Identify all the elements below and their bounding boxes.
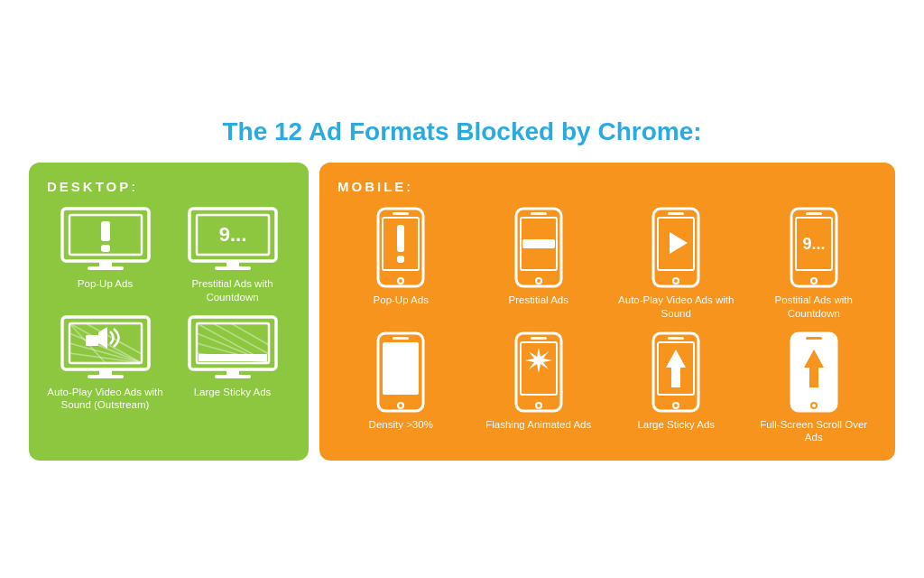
svg-point-48 bbox=[673, 278, 679, 284]
mobile-label: MOBILE: bbox=[337, 179, 877, 194]
sections-row: DESKTOP: bbox=[29, 163, 895, 461]
svg-rect-19 bbox=[86, 335, 98, 346]
phone-popup-icon bbox=[376, 207, 425, 288]
svg-rect-38 bbox=[397, 225, 404, 252]
mobile-ad-density: Density >30% bbox=[337, 331, 465, 445]
svg-rect-9 bbox=[226, 261, 239, 266]
svg-rect-10 bbox=[215, 266, 251, 270]
mobile-ad-sticky: Large Sticky Ads bbox=[613, 331, 740, 445]
svg-rect-36 bbox=[393, 212, 409, 215]
svg-rect-52 bbox=[806, 212, 822, 215]
svg-rect-22 bbox=[88, 375, 124, 378]
mobile-grid: Pop-Up Ads Prestitial Ad bbox=[337, 207, 877, 445]
svg-point-43 bbox=[536, 278, 541, 284]
svg-rect-4 bbox=[99, 261, 112, 266]
svg-text:9...: 9... bbox=[218, 223, 246, 246]
mobile-flashing-label: Flashing Animated Ads bbox=[485, 418, 591, 432]
svg-rect-21 bbox=[99, 369, 112, 375]
phone-video-icon bbox=[651, 207, 700, 288]
svg-rect-66 bbox=[668, 337, 684, 340]
svg-rect-33 bbox=[215, 375, 251, 378]
mobile-countdown-label: Postitial Ads with Countdown bbox=[751, 294, 878, 321]
mobile-prestitial-label: Prestitial Ads bbox=[509, 294, 568, 307]
desktop-label: DESKTOP: bbox=[47, 179, 291, 194]
svg-rect-2 bbox=[101, 221, 110, 241]
svg-rect-61 bbox=[531, 337, 547, 340]
page-wrapper: The 12 Ad Formats Blocked by Chrome: DES… bbox=[29, 108, 895, 471]
svg-marker-63 bbox=[525, 348, 552, 373]
svg-rect-39 bbox=[397, 256, 404, 263]
mobile-sticky-label: Large Sticky Ads bbox=[637, 418, 715, 432]
mobile-section: MOBILE: bbox=[319, 163, 895, 461]
svg-rect-56 bbox=[383, 342, 419, 395]
desktop-section: DESKTOP: bbox=[29, 163, 309, 461]
svg-rect-44 bbox=[522, 239, 555, 248]
svg-marker-49 bbox=[670, 232, 688, 254]
svg-marker-68 bbox=[666, 350, 686, 387]
mobile-fullscreen-label: Full-Screen Scroll Over Ads bbox=[751, 418, 878, 445]
monitor-popup-icon bbox=[60, 207, 151, 272]
desktop-ad-video: Auto-Play Video Ads with Sound (Outstrea… bbox=[47, 315, 163, 413]
mobile-ad-fullscreen: Full-Screen Scroll Over Ads bbox=[751, 331, 878, 445]
desktop-ad-sticky: Large Sticky Ads bbox=[174, 315, 291, 413]
desktop-ad-popup: Pop-Up Ads bbox=[47, 207, 163, 304]
desktop-video-label: Auto-Play Video Ads with Sound (Outstrea… bbox=[47, 386, 163, 413]
phone-fullscreen-icon bbox=[790, 331, 838, 413]
desktop-sticky-label: Large Sticky Ads bbox=[194, 386, 272, 399]
monitor-prestitial-icon: 9... bbox=[188, 207, 278, 272]
desktop-grid: Pop-Up Ads 9... Prestitia bbox=[47, 207, 291, 413]
svg-point-53 bbox=[811, 278, 817, 284]
mobile-density-label: Density >30% bbox=[369, 418, 433, 432]
svg-rect-31 bbox=[199, 354, 267, 361]
svg-rect-57 bbox=[393, 337, 409, 340]
svg-rect-3 bbox=[101, 245, 110, 252]
mobile-ad-popup: Pop-Up Ads bbox=[337, 207, 465, 321]
phone-density-icon bbox=[376, 331, 425, 413]
svg-rect-47 bbox=[668, 212, 684, 215]
mobile-ad-video: Auto-Play Video Ads with Sound bbox=[613, 207, 740, 321]
mobile-ad-prestitial: Prestitial Ads bbox=[476, 207, 603, 321]
phone-countdown-icon: 9... bbox=[790, 207, 838, 288]
phone-flashing-icon bbox=[514, 331, 563, 413]
mobile-popup-label: Pop-Up Ads bbox=[374, 294, 429, 307]
svg-rect-32 bbox=[226, 369, 239, 375]
svg-point-58 bbox=[398, 403, 403, 408]
monitor-video-icon bbox=[60, 315, 151, 380]
svg-line-30 bbox=[231, 323, 269, 345]
phone-sticky-icon bbox=[651, 331, 700, 413]
svg-rect-71 bbox=[806, 337, 822, 340]
svg-point-67 bbox=[673, 403, 679, 408]
svg-point-62 bbox=[536, 403, 541, 408]
mobile-ad-countdown: 9... Postitial Ads with Countdown bbox=[751, 207, 878, 321]
svg-rect-5 bbox=[88, 266, 124, 270]
mobile-video-label: Auto-Play Video Ads with Sound bbox=[613, 294, 740, 321]
desktop-popup-label: Pop-Up Ads bbox=[78, 277, 133, 291]
desktop-ad-prestitial: 9... Prestitial Ads with Countdown bbox=[174, 207, 291, 304]
svg-text:9...: 9... bbox=[802, 235, 825, 253]
page-title: The 12 Ad Formats Blocked by Chrome: bbox=[29, 117, 895, 146]
desktop-prestitial-label: Prestitial Ads with Countdown bbox=[174, 277, 291, 304]
svg-rect-42 bbox=[531, 212, 547, 215]
monitor-sticky-icon bbox=[188, 315, 278, 380]
phone-prestitial-icon bbox=[514, 207, 563, 288]
mobile-ad-flashing: Flashing Animated Ads bbox=[476, 331, 603, 445]
svg-point-37 bbox=[398, 278, 403, 284]
